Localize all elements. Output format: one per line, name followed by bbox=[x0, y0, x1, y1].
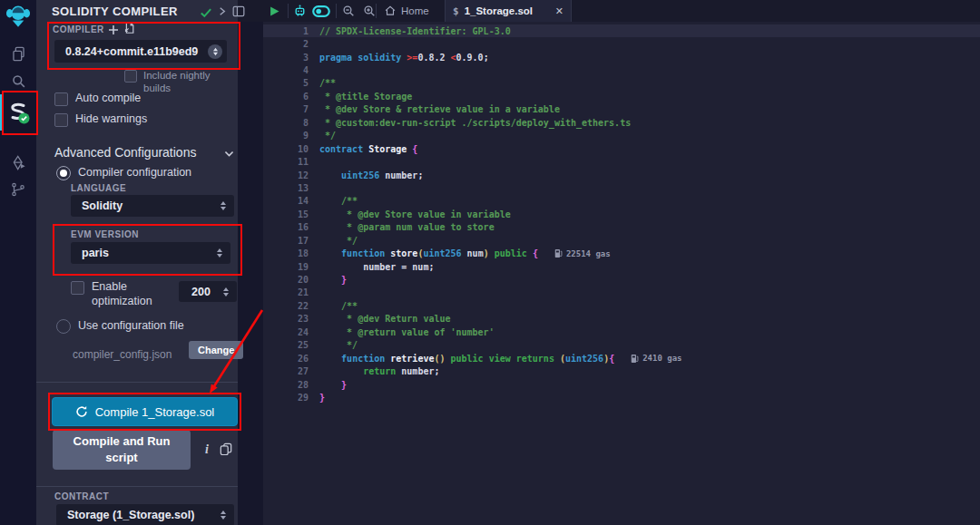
code-line: 1// SPDX-License-Identifier: GPL-3.0 bbox=[263, 24, 980, 37]
code-line: 16 * @param num value to store bbox=[263, 221, 980, 234]
zoom-in-icon[interactable] bbox=[362, 0, 377, 22]
code-editor[interactable]: 1// SPDX-License-Identifier: GPL-3.023pr… bbox=[238, 22, 980, 525]
home-icon bbox=[384, 5, 397, 17]
git-icon[interactable] bbox=[0, 180, 36, 199]
code-line: 13 bbox=[263, 181, 980, 194]
code-line: 21 bbox=[263, 287, 980, 299]
code-line: 15 * @dev Store value in variable bbox=[263, 208, 980, 220]
auto-compile-row: Auto compile bbox=[54, 92, 141, 106]
line-number: 18 bbox=[263, 248, 309, 258]
enable-optimization-checkbox[interactable] bbox=[71, 281, 84, 295]
compiler-configuration-row: Compiler configuration bbox=[56, 166, 191, 180]
chevron-right-icon[interactable] bbox=[217, 5, 228, 21]
topbar-separator bbox=[376, 4, 377, 18]
line-number: 27 bbox=[263, 366, 309, 376]
code-line: 19 number = num; bbox=[263, 260, 980, 273]
evm-version-select[interactable]: paris bbox=[71, 242, 230, 264]
line-number: 16 bbox=[263, 222, 309, 232]
zoom-out-icon[interactable] bbox=[341, 0, 356, 22]
code-line: 11 bbox=[263, 155, 980, 168]
line-number: 21 bbox=[263, 287, 309, 297]
code-line: 3pragma solidity >=0.8.2 <0.9.0; bbox=[263, 51, 980, 63]
evm-version-label: EVM VERSION bbox=[71, 229, 139, 239]
evm-stepper-icon bbox=[216, 248, 223, 258]
gas-estimate-badge: 22514 gas bbox=[554, 248, 611, 258]
compiler-configuration-radio[interactable] bbox=[56, 166, 71, 180]
enable-optimization-label: Enable optimization bbox=[92, 280, 171, 308]
line-number: 15 bbox=[263, 209, 309, 219]
main-area: Home $ 1_Storage.sol ✕ 1// SPDX-License-… bbox=[238, 0, 980, 525]
include-nightly-checkbox[interactable] bbox=[124, 70, 137, 83]
file-explorer-icon[interactable] bbox=[0, 44, 36, 63]
code-line: 7 * @dev Store & retrieve value in a var… bbox=[263, 103, 980, 116]
contract-section-label: CONTRACT bbox=[54, 491, 109, 501]
line-number: 25 bbox=[263, 340, 309, 350]
code-line: 18 function store(uint256 num) public {2… bbox=[263, 247, 980, 259]
home-tab[interactable]: Home bbox=[384, 0, 429, 22]
compiler-version-value: 0.8.24+commit.e11b9ed9 bbox=[54, 45, 208, 58]
code-line: 4 bbox=[263, 63, 980, 76]
compiler-version-select[interactable]: 0.8.24+commit.e11b9ed9 bbox=[54, 40, 227, 63]
compile-and-run-button[interactable]: Compile and Run script bbox=[53, 430, 191, 470]
hide-warnings-row: Hide warnings bbox=[54, 112, 147, 127]
deploy-run-icon[interactable] bbox=[0, 152, 36, 172]
code-line: 5/** bbox=[263, 77, 980, 90]
panel-title: SOLIDITY COMPILER bbox=[52, 5, 178, 18]
optimization-runs-stepper[interactable]: 200 bbox=[179, 281, 237, 302]
remix-logo-icon[interactable] bbox=[0, 3, 36, 28]
use-configuration-file-row: Use configuration file bbox=[56, 319, 184, 334]
run-script-play-button[interactable] bbox=[268, 0, 281, 22]
add-custom-compiler-icon[interactable] bbox=[108, 23, 119, 39]
search-icon[interactable] bbox=[0, 71, 36, 91]
info-icon[interactable]: i bbox=[205, 442, 209, 457]
hide-warnings-checkbox[interactable] bbox=[54, 113, 68, 127]
compiler-version-stepper-icon bbox=[208, 44, 222, 59]
line-number: 14 bbox=[263, 196, 309, 206]
change-config-button[interactable]: Change bbox=[189, 341, 243, 359]
line-number: 2 bbox=[263, 39, 309, 49]
ai-assistant-robot-icon[interactable] bbox=[292, 0, 308, 22]
line-number: 5 bbox=[263, 78, 309, 88]
line-number: 26 bbox=[263, 354, 309, 364]
solidity-compiler-icon[interactable] bbox=[0, 94, 36, 131]
line-number: 29 bbox=[263, 393, 309, 403]
open-compiler-file-icon[interactable] bbox=[122, 22, 135, 38]
code-line: 14 /** bbox=[263, 195, 980, 208]
contract-select[interactable]: Storage (1_Storage.sol) bbox=[56, 504, 234, 525]
file-tab-storage-sol[interactable]: $ 1_Storage.sol ✕ bbox=[445, 0, 572, 22]
code-line: 12 uint256 number; bbox=[263, 169, 980, 181]
line-number: 13 bbox=[263, 183, 309, 193]
compile-button[interactable]: Compile 1_Storage.sol bbox=[52, 397, 238, 426]
code-line: 26 function retrieve() public view retur… bbox=[263, 352, 980, 365]
compile-button-label: Compile 1_Storage.sol bbox=[95, 405, 215, 419]
use-configuration-file-label: Use configuration file bbox=[78, 319, 184, 334]
topbar-separator bbox=[288, 4, 289, 18]
ai-copilot-toggle[interactable] bbox=[312, 0, 330, 22]
copy-script-icon[interactable] bbox=[220, 442, 232, 459]
line-number: 1 bbox=[263, 26, 309, 36]
line-number: 23 bbox=[263, 314, 309, 324]
code-line: 25 */ bbox=[263, 339, 980, 352]
editor-topbar: Home $ 1_Storage.sol ✕ bbox=[238, 0, 980, 22]
code-lines: 1// SPDX-License-Identifier: GPL-3.023pr… bbox=[263, 22, 980, 525]
gas-estimate-badge: 2410 gas bbox=[631, 354, 681, 364]
line-number: 24 bbox=[263, 327, 309, 337]
close-tab-icon[interactable]: ✕ bbox=[555, 5, 564, 17]
code-line: 28 } bbox=[263, 378, 980, 391]
auto-compile-checkbox[interactable] bbox=[54, 92, 68, 106]
enable-optimization-row: Enable optimization bbox=[71, 280, 171, 308]
evm-version-value: paris bbox=[71, 247, 216, 259]
code-line: 10contract Storage { bbox=[263, 142, 980, 155]
optimization-runs-value: 200 bbox=[179, 286, 222, 298]
pin-panel-icon[interactable] bbox=[232, 5, 245, 21]
line-number: 12 bbox=[263, 170, 309, 180]
language-select[interactable]: Solidity bbox=[71, 195, 234, 217]
panel-divider-bottom bbox=[36, 486, 238, 487]
nightly-builds-row: Include nightly builds bbox=[124, 69, 238, 95]
chevron-down-icon[interactable] bbox=[223, 147, 235, 163]
line-number: 28 bbox=[263, 380, 309, 390]
code-line: 9 */ bbox=[263, 130, 980, 142]
use-configuration-file-radio[interactable] bbox=[56, 319, 71, 334]
advanced-configurations-header[interactable]: Advanced Configurations bbox=[54, 145, 196, 160]
compiler-section-label: COMPILER bbox=[53, 24, 104, 34]
